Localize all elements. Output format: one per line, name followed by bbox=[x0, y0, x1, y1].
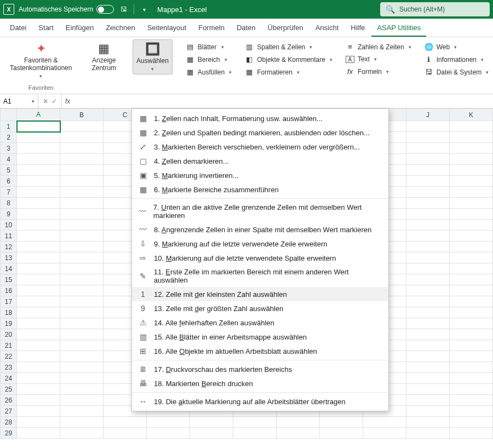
cell[interactable] bbox=[450, 417, 493, 428]
row-header[interactable]: 5 bbox=[1, 165, 17, 176]
row-header[interactable]: 11 bbox=[1, 231, 17, 242]
cell[interactable] bbox=[406, 198, 450, 209]
cell[interactable] bbox=[233, 428, 277, 439]
cell[interactable] bbox=[450, 395, 493, 406]
cell[interactable] bbox=[17, 252, 60, 263]
cell[interactable] bbox=[60, 252, 104, 263]
menu-item[interactable]: 〰7. Unten an die aktive Zelle grenzende … bbox=[132, 200, 388, 222]
menu-item[interactable]: 🖶18. Markierten Bereich drucken bbox=[132, 376, 388, 390]
cell[interactable] bbox=[60, 242, 104, 252]
cell[interactable] bbox=[60, 318, 104, 329]
auswaehlen-button[interactable]: 🔲 Auswählen ▾ bbox=[133, 39, 173, 74]
cell[interactable] bbox=[450, 351, 493, 362]
cell[interactable] bbox=[450, 296, 493, 307]
cell[interactable] bbox=[450, 274, 493, 285]
cell[interactable] bbox=[450, 307, 493, 318]
cell[interactable] bbox=[104, 417, 147, 428]
cmd-spalten-zeilen[interactable]: ▥Spalten & Zeilen▾ bbox=[243, 42, 335, 52]
cell[interactable] bbox=[406, 296, 450, 307]
cell[interactable] bbox=[406, 132, 450, 143]
cell[interactable] bbox=[17, 285, 60, 296]
cell[interactable] bbox=[60, 307, 104, 318]
column-header[interactable]: K bbox=[450, 109, 493, 121]
tab-home[interactable]: Start bbox=[33, 19, 59, 37]
favorites-button[interactable]: ✦ Favoriten & Tastenkombinationen ▾ bbox=[7, 39, 75, 81]
cell[interactable] bbox=[17, 395, 60, 406]
tab-insert[interactable]: Einfügen bbox=[60, 19, 99, 37]
row-header[interactable]: 29 bbox=[1, 428, 17, 439]
menu-item[interactable]: ▢4. Zellen demarkieren... bbox=[132, 154, 388, 168]
cell[interactable] bbox=[60, 209, 104, 220]
menu-item[interactable]: ▦2. Zeilen und Spalten bedingt markieren… bbox=[132, 125, 388, 140]
cell[interactable] bbox=[450, 165, 493, 176]
menu-item[interactable]: ✎11. Erste Zelle im markierten Bereich m… bbox=[132, 265, 388, 287]
cell[interactable] bbox=[60, 165, 104, 176]
cell[interactable] bbox=[450, 176, 493, 187]
cell[interactable] bbox=[450, 242, 493, 252]
cell[interactable] bbox=[406, 384, 450, 395]
menu-item[interactable]: ⇩9. Markierung auf die letzte verwendete… bbox=[132, 237, 388, 251]
cell[interactable] bbox=[60, 198, 104, 209]
cell[interactable] bbox=[190, 417, 233, 428]
cell[interactable] bbox=[450, 198, 493, 209]
cell[interactable] bbox=[60, 220, 104, 231]
row-header[interactable]: 14 bbox=[1, 263, 17, 274]
cell[interactable] bbox=[406, 165, 450, 176]
cell[interactable] bbox=[406, 220, 450, 231]
cell[interactable] bbox=[17, 329, 60, 340]
cell[interactable] bbox=[450, 373, 493, 384]
row-header[interactable]: 12 bbox=[1, 242, 17, 252]
row-header[interactable]: 20 bbox=[1, 329, 17, 340]
tab-formulas[interactable]: Formeln bbox=[193, 19, 230, 37]
row-header[interactable]: 7 bbox=[1, 187, 17, 198]
row-header[interactable]: 4 bbox=[1, 154, 17, 165]
cell[interactable] bbox=[406, 285, 450, 296]
cell[interactable] bbox=[450, 143, 493, 154]
cell[interactable] bbox=[17, 307, 60, 318]
cell[interactable] bbox=[320, 417, 363, 428]
cell[interactable] bbox=[60, 395, 104, 406]
tab-draw[interactable]: Zeichnen bbox=[100, 19, 140, 37]
row-header[interactable]: 15 bbox=[1, 274, 17, 285]
cell[interactable] bbox=[450, 329, 493, 340]
cell[interactable] bbox=[406, 362, 450, 373]
cell[interactable] bbox=[60, 362, 104, 373]
cell[interactable] bbox=[190, 428, 233, 439]
cell[interactable] bbox=[450, 263, 493, 274]
tab-file[interactable]: Datei bbox=[4, 19, 32, 37]
cell[interactable] bbox=[17, 154, 60, 165]
cell[interactable] bbox=[17, 340, 60, 351]
cell[interactable] bbox=[60, 154, 104, 165]
cell[interactable] bbox=[60, 132, 104, 143]
cell[interactable] bbox=[60, 340, 104, 351]
fx-label[interactable]: fx bbox=[62, 97, 73, 105]
cell[interactable] bbox=[450, 231, 493, 242]
cell[interactable] bbox=[60, 274, 104, 285]
chevron-down-icon[interactable]: ▾ bbox=[32, 99, 35, 104]
cell[interactable] bbox=[450, 252, 493, 263]
cell[interactable] bbox=[406, 428, 450, 439]
cell[interactable] bbox=[406, 274, 450, 285]
cell[interactable] bbox=[17, 351, 60, 362]
row-header[interactable]: 21 bbox=[1, 340, 17, 351]
search-input[interactable]: 🔍 Suchen (Alt+M) bbox=[380, 2, 490, 16]
autosave-toggle[interactable]: Automatisches Speichern bbox=[19, 5, 114, 14]
menu-item[interactable]: ⤢3. Markierten Bereich verschieben, verk… bbox=[132, 140, 388, 154]
cell[interactable] bbox=[17, 220, 60, 231]
cell[interactable] bbox=[406, 318, 450, 329]
cell[interactable] bbox=[406, 143, 450, 154]
row-header[interactable]: 19 bbox=[1, 318, 17, 329]
select-all-corner[interactable] bbox=[1, 109, 17, 121]
row-header[interactable]: 18 bbox=[1, 307, 17, 318]
cell[interactable] bbox=[450, 406, 493, 417]
cell[interactable] bbox=[406, 329, 450, 340]
qat-dropdown-icon[interactable]: ▾ bbox=[139, 4, 150, 15]
cell[interactable] bbox=[450, 318, 493, 329]
menu-item[interactable]: ▣5. Markierung invertieren... bbox=[132, 168, 388, 182]
cell[interactable] bbox=[320, 428, 363, 439]
column-header[interactable]: J bbox=[406, 109, 450, 121]
row-header[interactable]: 6 bbox=[1, 176, 17, 187]
cell[interactable] bbox=[17, 384, 60, 395]
tab-pagelayout[interactable]: Seitenlayout bbox=[142, 19, 192, 37]
cell[interactable] bbox=[17, 121, 60, 132]
